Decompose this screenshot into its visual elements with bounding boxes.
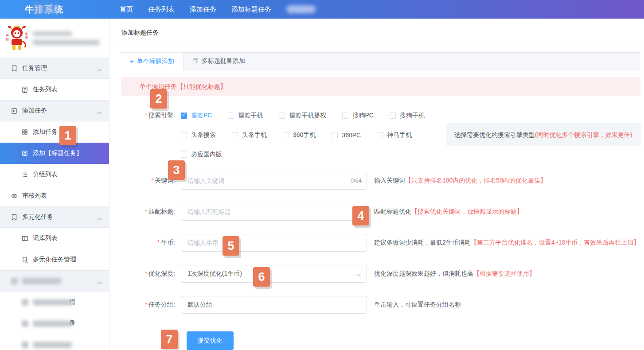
checkbox-icon	[390, 113, 396, 119]
depth-select[interactable]: 1次深度优化(1牛币)	[181, 265, 367, 283]
bookmark-icon	[11, 65, 18, 72]
checkbox-icon	[332, 132, 338, 138]
sidebar-section-diverse-tasks[interactable]: 多元化任务	[0, 206, 109, 228]
required-asterisk: *	[145, 270, 147, 277]
form-row-niu-coin: *牛币: 建议多做词少消耗，最低2牛币消耗【第三方平台优化排名，设置4~10牛币…	[121, 234, 640, 252]
blurred-item-label	[33, 342, 72, 348]
sidebar-section-blurred[interactable]	[0, 270, 109, 292]
nested-square-icon	[21, 150, 28, 157]
submit-optimize-button[interactable]: 提交优化	[187, 331, 234, 350]
checkbox-icon	[283, 132, 289, 138]
checkbox-360-mobile[interactable]: 360手机	[283, 131, 316, 139]
sidebar-item-task-list[interactable]: 任务列表	[0, 79, 109, 100]
nav-item-add-task[interactable]: 添加任务	[190, 5, 216, 14]
sidebar-item-label: 添加任务	[33, 128, 58, 136]
checkbox-icon	[228, 113, 234, 119]
required-asterisk: *	[157, 239, 160, 246]
match-title-input[interactable]	[181, 203, 367, 221]
field-label-search-engine: *搜索引擎:	[121, 111, 181, 120]
breadcrumb: 添加标题任务	[109, 19, 644, 46]
blurred-item-label	[33, 321, 72, 327]
user-name-blur	[33, 31, 72, 36]
sidebar-section-label: 多元化任务	[22, 213, 53, 221]
checkbox-icon	[181, 132, 187, 138]
document-list-icon	[21, 86, 28, 93]
list-icon	[21, 171, 28, 178]
checkbox-360-pc[interactable]: 360PC	[332, 132, 361, 139]
chevron-down-icon	[356, 271, 361, 278]
niu-coin-input[interactable]	[181, 234, 367, 252]
task-group-hint: 单击输入，可设置任务分组名称	[374, 301, 461, 309]
field-label-depth: *优化深度:	[121, 270, 181, 278]
bookmark-icon	[11, 214, 18, 221]
warning-banner: 单个添加任务【只能优化标题】	[121, 77, 640, 96]
chevron-up-icon	[97, 215, 102, 222]
sidebar-item-label: 任务列表	[33, 86, 58, 93]
plus-icon: +	[130, 58, 134, 65]
tab-single-title-add[interactable]: + 单个标题添加	[121, 53, 183, 70]
checkbox-checked-icon	[181, 113, 187, 119]
sidebar-item-diverse-task-management[interactable]: 多元化任务管理	[0, 249, 109, 270]
blurred-icon	[11, 277, 18, 284]
nav-item-add-title-task[interactable]: 添加标题任务	[231, 5, 271, 14]
char-counter: 0/64	[351, 177, 362, 184]
checkbox-icon	[181, 152, 187, 158]
tab-bar: + 单个标题添加 多标题批量添加	[121, 52, 640, 70]
form-row-keyword: *关键词: 0/64 输入关键词【只支持排名100内的优化，排名50内的优化最佳…	[121, 172, 640, 190]
sidebar-item-blurred-3[interactable]	[0, 334, 109, 350]
blurred-icon	[21, 320, 28, 327]
checkbox-bing-cn[interactable]: 必应国内版	[181, 151, 222, 159]
task-group-input[interactable]	[181, 296, 367, 314]
user-card: 牛 排 系 统	[0, 19, 109, 58]
checkbox-baidu-mobile-tq[interactable]: 摆渡手机提权	[279, 112, 326, 120]
checkbox-sogou-mobile[interactable]: 搜狗手机	[390, 112, 425, 120]
checkbox-toutiao-search[interactable]: 头条搜索	[181, 131, 216, 139]
sidebar-item-word-library[interactable]: 词库列表	[0, 228, 109, 249]
blurred-section-label	[22, 278, 61, 284]
nav-item-home[interactable]: 首页	[120, 5, 133, 14]
content-area: + 单个标题添加 多标题批量添加 单个添加任务【只能优化标题】 *搜索引擎: 摆…	[109, 46, 644, 350]
keyword-input[interactable]	[181, 172, 367, 190]
tab-batch-title-add[interactable]: 多标题批量添加	[183, 53, 254, 70]
page: 牛排系统 首页 任务列表 添加任务 添加标题任务	[0, 0, 644, 350]
checkbox-icon	[279, 113, 285, 119]
checkbox-shenma-mobile[interactable]: 神马手机	[377, 131, 412, 139]
match-title-hint: 匹配标题优化【搜索优化关键词，放快照显示的标题】	[374, 208, 523, 216]
sidebar-item-blurred-1[interactable]: 情	[0, 292, 109, 313]
step-badge-1: 1	[59, 126, 76, 145]
add-title-task-form: *搜索引擎: 摆渡PC 摆渡手机 摆渡手机提权 搜狗PC 搜狗手机 头条搜索 头…	[121, 111, 640, 350]
sidebar-section-add-task[interactable]: 添加任务	[0, 100, 109, 121]
sidebar-item-review-list[interactable]: 审核列表	[0, 185, 109, 206]
grid-icon	[11, 107, 18, 114]
form-row-match-title: *匹配标题: 匹配标题优化【搜索优化关键词，放快照显示的标题】	[121, 203, 640, 221]
chevron-up-icon	[97, 66, 102, 73]
checkbox-baidu-pc[interactable]: 摆渡PC	[181, 112, 212, 120]
sidebar-item-label: 添加【标题任务】	[33, 149, 82, 157]
submit-row: 提交优化	[187, 331, 640, 350]
svg-text:系: 系	[25, 32, 28, 36]
required-asterisk: *	[145, 301, 147, 308]
nav-item-task-list[interactable]: 任务列表	[148, 5, 175, 14]
bull-mascot-logo: 牛 排 系 统	[5, 25, 28, 51]
niu-coin-hint: 建议多做词少消耗，最低2牛币消耗【第三方平台优化排名，设置4~10牛币，有效果后…	[374, 239, 640, 247]
tab-label: 多标题批量添加	[202, 57, 245, 65]
sidebar-item-blurred-2[interactable]: 录	[0, 313, 109, 334]
step-badge-7: 7	[161, 330, 178, 349]
sidebar-item-add-title-task[interactable]: 添加【标题任务】	[0, 143, 109, 164]
sidebar-item-label: 审核列表	[22, 192, 47, 200]
eye-icon	[11, 192, 18, 199]
sidebar-item-add-task[interactable]: 添加任务	[0, 121, 109, 143]
depth-selected-value: 1次深度优化(1牛币)	[187, 270, 242, 278]
step-badge-3: 3	[168, 160, 185, 180]
checkbox-baidu-mobile[interactable]: 摆渡手机	[228, 112, 263, 120]
main-content: 添加标题任务 + 单个标题添加 多标题批量添加 单个添加任务【只能优化标题】 *…	[109, 19, 644, 350]
checkbox-toutiao-mobile[interactable]: 头条手机	[232, 131, 267, 139]
required-asterisk: *	[145, 112, 147, 119]
sidebar-item-group-list[interactable]: 分组列表	[0, 164, 109, 185]
checkbox-sogou-pc[interactable]: 搜狗PC	[342, 112, 373, 120]
sidebar-section-task-management[interactable]: 任务管理	[0, 58, 109, 79]
nav-blurred-chip[interactable]	[286, 5, 316, 13]
checkbox-icon	[342, 113, 348, 119]
open-book-icon	[21, 235, 28, 242]
blurred-icon	[21, 341, 28, 348]
